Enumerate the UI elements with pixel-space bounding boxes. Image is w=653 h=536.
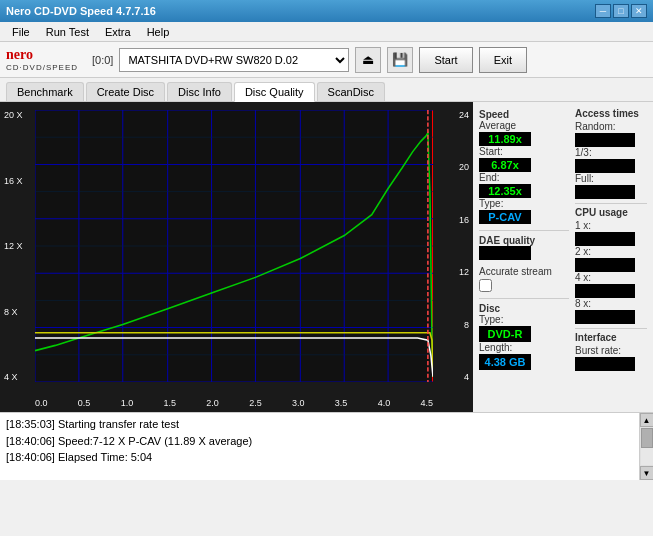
main-content: 20 X 16 X 12 X 8 X 4 X 24 20 16 12 8 4 — [0, 102, 653, 412]
x-label-05: 0.5 — [78, 398, 91, 408]
toolbar: nero CD·DVD/SPEED [0:0] MATSHITA DVD+RW … — [0, 42, 653, 78]
menu-extra[interactable]: Extra — [97, 24, 139, 40]
tab-disc-info[interactable]: Disc Info — [167, 82, 232, 101]
y-right-8: 8 — [459, 320, 469, 330]
type-value: P-CAV — [479, 210, 531, 224]
accurate-stream-checkbox[interactable] — [479, 279, 492, 292]
average-value: 11.89x — [479, 132, 531, 146]
cpu-header: CPU usage — [575, 207, 647, 218]
disc-group: Disc Type: DVD-R Length: 4.38 GB — [479, 302, 569, 370]
log-line-3: [18:40:06] Elapsed Time: 5:04 — [6, 449, 633, 466]
random-label: Random: — [575, 121, 647, 132]
dae-quality-group: DAE quality — [479, 234, 569, 260]
y-right-12: 12 — [459, 267, 469, 277]
x-label-2: 2.0 — [206, 398, 219, 408]
speed-group: Speed Average 11.89x Start: 6.87x End: 1… — [479, 108, 569, 224]
window-title: Nero CD-DVD Speed 4.7.7.16 — [6, 5, 595, 17]
menu-help[interactable]: Help — [139, 24, 178, 40]
nero-logo: nero CD·DVD/SPEED — [6, 47, 78, 72]
x-label-35: 3.5 — [335, 398, 348, 408]
y-right-24: 24 — [459, 110, 469, 120]
accurate-stream-label: Accurate stream — [479, 266, 569, 277]
interface-group: Interface Burst rate: — [575, 332, 647, 371]
x-axis: 0.0 0.5 1.0 1.5 2.0 2.5 3.0 3.5 4.0 4.5 — [35, 398, 433, 408]
end-value: 12.35x — [479, 184, 531, 198]
y-label-12: 12 X — [4, 241, 23, 251]
start-value: 6.87x — [479, 158, 531, 172]
tab-benchmark[interactable]: Benchmark — [6, 82, 84, 101]
menu-file[interactable]: File — [4, 24, 38, 40]
scroll-down-button[interactable]: ▼ — [640, 466, 654, 480]
y-label-8: 8 X — [4, 307, 23, 317]
y-axis-right: 24 20 16 12 8 4 — [459, 110, 469, 382]
stats-column: Speed Average 11.89x Start: 6.87x End: 1… — [479, 108, 569, 406]
burst-rate-value — [575, 357, 635, 371]
scroll-thumb[interactable] — [641, 428, 653, 448]
log-area: [18:35:03] Starting transfer rate test [… — [0, 412, 653, 480]
disc-length-value: 4.38 GB — [479, 354, 531, 370]
speed-header: Speed — [479, 109, 509, 120]
cpu-1x-value — [575, 232, 635, 246]
window-controls: ─ □ ✕ — [595, 4, 647, 18]
access-times-group: Access times Random: 1/3: Full: — [575, 108, 647, 199]
drive-label: [0:0] — [92, 54, 113, 66]
scroll-track — [641, 428, 653, 465]
cpu-2x-label: 2 x: — [575, 246, 647, 257]
y-label-20: 20 X — [4, 110, 23, 120]
disc-header: Disc — [479, 303, 500, 314]
one-third-value — [575, 159, 635, 173]
y-right-20: 20 — [459, 162, 469, 172]
cpu-usage-group: CPU usage 1 x: 2 x: 4 x: 8 x: — [575, 207, 647, 324]
tab-disc-quality[interactable]: Disc Quality — [234, 82, 315, 102]
accurate-stream-row — [479, 279, 569, 292]
y-label-4: 4 X — [4, 372, 23, 382]
tabs-bar: Benchmark Create Disc Disc Info Disc Qua… — [0, 78, 653, 102]
tab-create-disc[interactable]: Create Disc — [86, 82, 165, 101]
menu-bar: File Run Test Extra Help — [0, 22, 653, 42]
log-line-1: [18:35:03] Starting transfer rate test — [6, 416, 633, 433]
random-value — [575, 133, 635, 147]
start-button[interactable]: Start — [419, 47, 472, 73]
x-label-45: 4.5 — [420, 398, 433, 408]
log-line-2: [18:40:06] Speed:7-12 X P-CAV (11.89 X a… — [6, 433, 633, 450]
dae-header: DAE quality — [479, 235, 535, 246]
minimize-button[interactable]: ─ — [595, 4, 611, 18]
disc-type-label: Type: — [479, 314, 569, 325]
dae-value — [479, 246, 531, 260]
x-label-4: 4.0 — [378, 398, 391, 408]
access-header: Access times — [575, 108, 647, 119]
exit-button[interactable]: Exit — [479, 47, 527, 73]
start-label: Start: — [479, 146, 569, 157]
accurate-stream-group: Accurate stream — [479, 266, 569, 292]
right-panel: Speed Average 11.89x Start: 6.87x End: 1… — [473, 102, 653, 412]
y-right-4: 4 — [459, 372, 469, 382]
cpu-8x-label: 8 x: — [575, 298, 647, 309]
menu-run-test[interactable]: Run Test — [38, 24, 97, 40]
chart-area: 20 X 16 X 12 X 8 X 4 X 24 20 16 12 8 4 — [0, 102, 473, 412]
disc-type-value: DVD-R — [479, 326, 531, 342]
x-label-0: 0.0 — [35, 398, 48, 408]
close-button[interactable]: ✕ — [631, 4, 647, 18]
full-label: Full: — [575, 173, 647, 184]
y-right-16: 16 — [459, 215, 469, 225]
disc-length-label: Length: — [479, 342, 569, 353]
cpu-4x-value — [575, 284, 635, 298]
maximize-button[interactable]: □ — [613, 4, 629, 18]
cpu-2x-value — [575, 258, 635, 272]
access-column: Access times Random: 1/3: Full: CPU usag… — [575, 108, 647, 406]
nero-logo-text: nero — [6, 47, 33, 63]
drive-select[interactable]: MATSHITA DVD+RW SW820 D.02 — [119, 48, 349, 72]
tab-scan-disc[interactable]: ScanDisc — [317, 82, 385, 101]
scroll-up-button[interactable]: ▲ — [640, 413, 654, 427]
title-bar: Nero CD-DVD Speed 4.7.7.16 ─ □ ✕ — [0, 0, 653, 22]
x-label-25: 2.5 — [249, 398, 262, 408]
end-label: End: — [479, 172, 569, 183]
cpu-1x-label: 1 x: — [575, 220, 647, 231]
eject-button[interactable]: ⏏ — [355, 47, 381, 73]
log-scrollbar: ▲ ▼ — [639, 413, 653, 480]
save-button[interactable]: 💾 — [387, 47, 413, 73]
y-label-16: 16 X — [4, 176, 23, 186]
nero-logo-subtitle: CD·DVD/SPEED — [6, 63, 78, 72]
x-label-1: 1.0 — [121, 398, 134, 408]
type-label: Type: — [479, 198, 569, 209]
